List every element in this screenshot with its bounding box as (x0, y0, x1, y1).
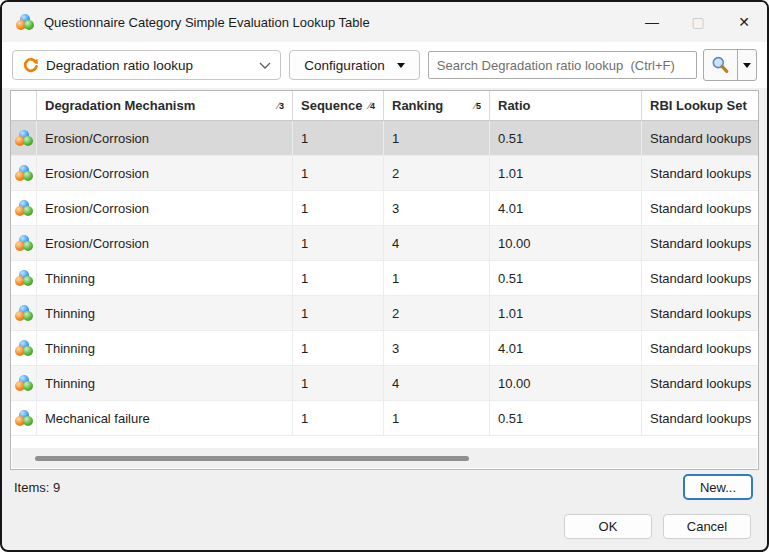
cell-rbi_lookup_set: Standard lookups (642, 401, 758, 435)
column-label: Degradation Mechanism (45, 98, 195, 113)
items-count-label: Items: 9 (14, 480, 60, 495)
minimize-button[interactable]: — (629, 2, 675, 42)
cell-sequence: 1 (293, 296, 384, 330)
close-button[interactable]: ✕ (721, 2, 767, 42)
cell-rbi_lookup_set: Standard lookups (642, 296, 758, 330)
cell-ratio: 10.00 (490, 366, 642, 400)
record-spheres-icon (15, 375, 33, 392)
cell-ratio: 0.51 (490, 121, 642, 155)
title-bar: Questionnaire Category Simple Evaluation… (2, 2, 767, 42)
column-header-rbi_lookup_set[interactable]: RBI Lookup Set (642, 91, 758, 120)
table-row[interactable]: Mechanical failure110.51Standard lookups (11, 401, 758, 436)
table-body: Erosion/Corrosion110.51Standard lookupsE… (11, 121, 758, 436)
table-row[interactable]: Erosion/Corrosion110.51Standard lookups (11, 121, 758, 156)
cell-ratio: 0.51 (490, 401, 642, 435)
chevron-down-icon (259, 61, 271, 69)
table-row[interactable]: Erosion/Corrosion121.01Standard lookups (11, 156, 758, 191)
column-label: Ranking (392, 98, 443, 113)
cell-rbi_lookup_set: Standard lookups (642, 121, 758, 155)
dialog-buttons: OK Cancel (2, 504, 767, 539)
dialog-window: Questionnaire Category Simple Evaluation… (0, 0, 769, 552)
dropdown-arrow-icon (743, 63, 751, 68)
cell-rbi_lookup_set: Standard lookups (642, 226, 758, 260)
cell-mechanism: Thinning (37, 331, 293, 365)
horizontal-scrollbar[interactable] (12, 448, 757, 468)
lookup-table: Degradation Mechanism∕3Sequence∕4Ranking… (10, 90, 759, 470)
app-spheres-icon (16, 14, 34, 31)
cell-mechanism: Erosion/Corrosion (37, 191, 293, 225)
record-spheres-icon (15, 235, 33, 252)
cell-ratio: 4.01 (490, 191, 642, 225)
cell-mechanism: Erosion/Corrosion (37, 156, 293, 190)
scrollbar-thumb[interactable] (35, 456, 469, 461)
column-label: Ratio (498, 98, 531, 113)
column-header-ranking[interactable]: Ranking∕5 (384, 91, 490, 120)
sort-indicator: ∕4 (362, 100, 375, 111)
cell-ranking: 2 (384, 156, 490, 190)
column-header-ratio[interactable]: Ratio (490, 91, 642, 120)
cell-mechanism: Thinning (37, 261, 293, 295)
cell-rbi_lookup_set: Standard lookups (642, 261, 758, 295)
row-icon-cell (11, 366, 37, 400)
entity-family-label: Degradation ratio lookup (46, 58, 193, 73)
cell-ratio: 10.00 (490, 226, 642, 260)
row-icon-cell (11, 331, 37, 365)
cell-ratio: 1.01 (490, 156, 642, 190)
window-controls: — ▢ ✕ (629, 2, 767, 42)
cancel-button[interactable]: Cancel (663, 514, 751, 539)
record-spheres-icon (15, 410, 33, 427)
ok-button[interactable]: OK (564, 514, 652, 539)
maximize-button: ▢ (675, 2, 721, 42)
cell-ranking: 4 (384, 366, 490, 400)
record-spheres-icon (15, 200, 33, 217)
cell-ranking: 1 (384, 261, 490, 295)
cell-sequence: 1 (293, 331, 384, 365)
cell-rbi_lookup_set: Standard lookups (642, 366, 758, 400)
cell-sequence: 1 (293, 226, 384, 260)
table-row[interactable]: Thinning1410.00Standard lookups (11, 366, 758, 401)
row-icon-cell (11, 296, 37, 330)
cell-ranking: 2 (384, 296, 490, 330)
search-input[interactable] (428, 51, 697, 79)
cell-ranking: 3 (384, 331, 490, 365)
row-icon-cell (11, 226, 37, 260)
column-label: Sequence (301, 98, 362, 113)
cell-ranking: 1 (384, 121, 490, 155)
column-header-icon (11, 91, 37, 120)
cell-rbi_lookup_set: Standard lookups (642, 191, 758, 225)
column-header-sequence[interactable]: Sequence∕4 (293, 91, 384, 120)
row-icon-cell (11, 261, 37, 295)
table-row[interactable]: Erosion/Corrosion1410.00Standard lookups (11, 226, 758, 261)
search-options-button[interactable] (738, 50, 756, 80)
cell-sequence: 1 (293, 121, 384, 155)
configuration-label: Configuration (304, 58, 384, 73)
record-spheres-icon (15, 130, 33, 147)
column-label: RBI Lookup Set (650, 98, 747, 113)
search-split-button (703, 49, 757, 81)
cell-ranking: 3 (384, 191, 490, 225)
table-row[interactable]: Thinning134.01Standard lookups (11, 331, 758, 366)
sort-indicator: ∕3 (271, 100, 284, 111)
column-header-mechanism[interactable]: Degradation Mechanism∕3 (37, 91, 293, 120)
table-row[interactable]: Thinning110.51Standard lookups (11, 261, 758, 296)
new-button[interactable]: New... (683, 474, 753, 500)
configuration-button[interactable]: Configuration (289, 50, 420, 80)
cell-ranking: 4 (384, 226, 490, 260)
cell-mechanism: Erosion/Corrosion (37, 121, 293, 155)
row-icon-cell (11, 121, 37, 155)
cell-mechanism: Thinning (37, 296, 293, 330)
cell-sequence: 1 (293, 366, 384, 400)
record-spheres-icon (15, 270, 33, 287)
table-row[interactable]: Erosion/Corrosion134.01Standard lookups (11, 191, 758, 226)
row-icon-cell (11, 401, 37, 435)
magnifier-icon (710, 55, 730, 75)
toolbar: Degradation ratio lookup Configuration (2, 42, 767, 88)
cell-sequence: 1 (293, 156, 384, 190)
refresh-lookup-icon (22, 57, 39, 74)
search-button[interactable] (704, 50, 738, 80)
table-row[interactable]: Thinning121.01Standard lookups (11, 296, 758, 331)
cell-sequence: 1 (293, 401, 384, 435)
entity-family-dropdown[interactable]: Degradation ratio lookup (12, 50, 281, 80)
record-spheres-icon (15, 340, 33, 357)
cell-ranking: 1 (384, 401, 490, 435)
